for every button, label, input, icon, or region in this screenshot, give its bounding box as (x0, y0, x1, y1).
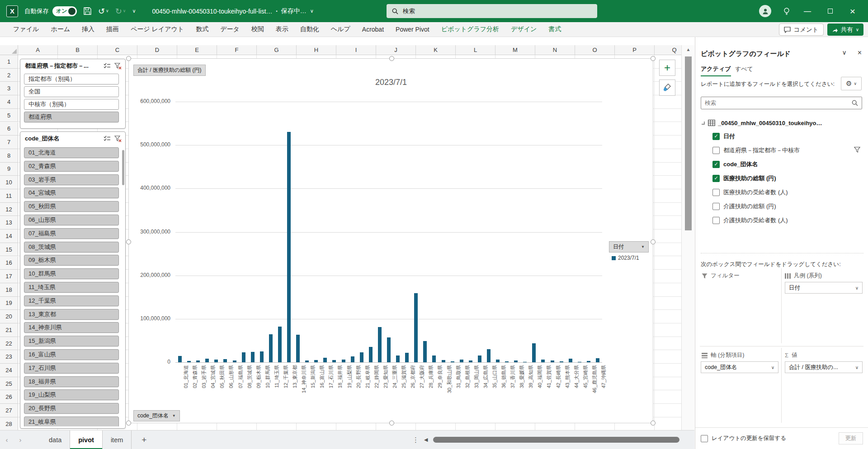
axis-area-box[interactable]: code_団体名∨ (701, 361, 778, 419)
slicer-item[interactable]: 04_宮城県 (24, 187, 119, 198)
chart-bar-29_奈良県[interactable] (432, 355, 436, 362)
row-header-22[interactable]: 22 (0, 337, 18, 351)
field-checkbox[interactable]: ✓ (712, 133, 720, 140)
row-header-18[interactable]: 18 (0, 283, 18, 297)
clear-filter-icon[interactable] (114, 136, 122, 142)
chart-bar-39_高知県[interactable] (523, 362, 527, 362)
vertical-scrollbar[interactable]: ▲ (681, 45, 694, 430)
chart-bar-02_青森県[interactable] (187, 361, 191, 362)
field-row-2[interactable]: ✓code_団体名 (701, 157, 862, 171)
table-row[interactable]: _00450_mhlw_00450310_toukeihyo… (701, 117, 862, 129)
column-header-O[interactable]: O (575, 45, 615, 55)
ribbon-tab-file[interactable]: ファイル (7, 23, 45, 36)
chart-elements-button[interactable]: + (659, 60, 675, 76)
chart-handle[interactable] (126, 239, 131, 244)
slicer-item[interactable]: 19_山梨県 (24, 389, 119, 400)
chart-bar-43_熊本県[interactable] (560, 361, 563, 362)
quick-access-toolbar-chevron[interactable]: ∨ (132, 9, 136, 14)
chart-bar-05_秋田県[interactable] (214, 360, 218, 362)
slicer-item[interactable]: 08_茨城県 (24, 242, 119, 253)
slicer-item[interactable]: 指定都市（別掲） (24, 74, 119, 84)
vertical-scroll-thumb[interactable] (685, 56, 692, 230)
pivot-chart[interactable]: 合計 / 医療扶助の総額 (円) 2023/7/1 日付 ▼ 2023/7/1 … (128, 58, 653, 423)
slicer-item[interactable]: 16_富山県 (24, 349, 119, 360)
ribbon-tab-11[interactable]: Acrobat (356, 23, 390, 36)
multiselect-icon[interactable] (104, 63, 111, 69)
area-field-chip[interactable]: code_団体名∨ (701, 361, 778, 373)
slicer-item[interactable]: 09_栃木県 (24, 255, 119, 266)
column-header-C[interactable]: C (98, 45, 137, 55)
row-header-1[interactable]: 1 (0, 55, 18, 69)
chart-bar-35_山口県[interactable] (487, 349, 491, 362)
chart-title[interactable]: 2023/7/1 (301, 78, 481, 87)
chart-bar-19_山梨県[interactable] (342, 360, 345, 362)
chart-bar-07_福島県[interactable] (233, 360, 236, 362)
chart-bar-22_静岡県[interactable] (369, 347, 373, 362)
slicer-item[interactable]: 13_東京都 (24, 309, 119, 320)
add-sheet-button[interactable]: + (132, 430, 156, 449)
field-row-4[interactable]: 医療扶助の受給者数 (人) (701, 185, 862, 199)
scroll-up-icon[interactable]: ▲ (682, 47, 695, 52)
chart-bar-25_滋賀県[interactable] (396, 355, 400, 362)
chart-bar-11_埼玉県[interactable] (269, 334, 273, 362)
chart-bar-27_大阪府[interactable] (414, 293, 418, 362)
slicer-item[interactable]: 12_千葉県 (24, 295, 119, 306)
row-header-23[interactable]: 23 (0, 350, 18, 364)
row-header-28[interactable]: 28 (0, 417, 18, 430)
row-header-17[interactable]: 17 (0, 270, 18, 283)
sheet-nav-left-icon[interactable]: ‹ (0, 436, 14, 444)
chart-bar-12_千葉県[interactable] (278, 327, 282, 362)
row-header-26[interactable]: 26 (0, 391, 18, 404)
column-header-N[interactable]: N (535, 45, 575, 55)
share-button[interactable]: 共有 ∨ (827, 23, 863, 36)
slicer-item[interactable]: 全国 (24, 86, 119, 97)
chart-bar-04_宮城県[interactable] (205, 359, 209, 362)
slicer-item[interactable]: 14_神奈川県 (24, 322, 119, 333)
axis-field-button[interactable]: code_団体名 ▼ (133, 410, 180, 421)
column-header-H[interactable]: H (297, 45, 336, 55)
slicer-item[interactable]: 21_岐阜県 (24, 416, 119, 426)
field-filter-icon[interactable] (854, 147, 860, 153)
chart-bar-33_岡山県[interactable] (469, 360, 472, 362)
sheet-tab-pivot[interactable]: pivot (70, 430, 103, 449)
tab-active[interactable]: アクティブ (701, 65, 731, 76)
area-field-chip[interactable]: 合計 / 医療扶助の...∨ (785, 361, 863, 373)
sheet-tab-item[interactable]: item (103, 430, 132, 449)
chart-bar-46_鹿児島県[interactable] (587, 361, 590, 362)
field-row-3[interactable]: ✓医療扶助の総額 (円) (701, 171, 862, 185)
area-field-chip[interactable]: 日付∨ (785, 282, 863, 294)
value-field-button[interactable]: 合計 / 医療扶助の総額 (円) (133, 65, 206, 76)
chart-bar-17_石川県[interactable] (323, 358, 327, 362)
field-checkbox[interactable] (712, 147, 720, 154)
field-checkbox[interactable]: ✓ (712, 161, 720, 168)
slicer-item[interactable]: 17_石川県 (24, 363, 119, 374)
column-header-B[interactable]: B (58, 45, 98, 55)
chart-bar-38_愛媛県[interactable] (514, 360, 518, 362)
horizontal-scroll-thumb[interactable] (433, 437, 679, 443)
autosave-toggle[interactable]: オン (52, 6, 77, 16)
column-header-M[interactable]: M (495, 45, 535, 55)
sheet-nav-right-icon[interactable]: › (14, 436, 27, 444)
slicer-item[interactable]: 11_埼玉県 (24, 282, 119, 293)
filters-area-box[interactable] (701, 282, 778, 340)
field-row-5[interactable]: 介護扶助の総額 (円) (701, 199, 862, 213)
column-header-G[interactable]: G (257, 45, 297, 55)
chart-bar-13_東京都[interactable] (287, 132, 291, 362)
row-header-8[interactable]: 8 (0, 149, 18, 163)
tab-all[interactable]: すべて (735, 65, 753, 75)
chart-bar-09_栃木県[interactable] (251, 352, 255, 362)
row-header-25[interactable]: 25 (0, 377, 18, 391)
column-header-Q[interactable]: Q (655, 45, 681, 55)
chart-bar-16_富山県[interactable] (314, 360, 318, 362)
chip-dropdown-icon[interactable]: ∨ (771, 365, 774, 370)
chart-bar-41_佐賀県[interactable] (541, 360, 545, 362)
slicer-item[interactable]: 都道府県 (24, 112, 119, 122)
comments-button[interactable]: コメント (779, 23, 823, 36)
legend-field-button[interactable]: 日付 ▼ (609, 241, 649, 253)
minimize-button[interactable]: — (802, 7, 813, 15)
row-header-3[interactable]: 3 (0, 82, 18, 95)
chart-bar-40_福岡県[interactable] (532, 343, 536, 362)
chart-bar-03_岩手県[interactable] (196, 360, 200, 362)
defer-layout-checkbox[interactable] (701, 435, 708, 442)
column-header-L[interactable]: L (456, 45, 495, 55)
